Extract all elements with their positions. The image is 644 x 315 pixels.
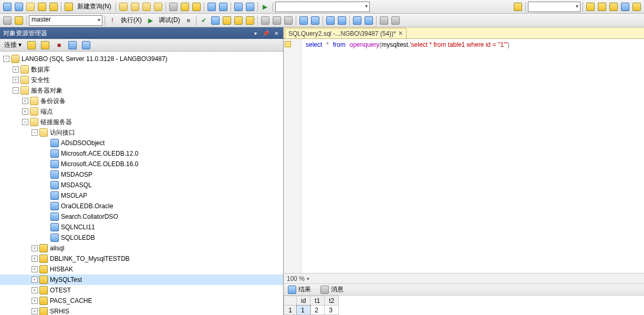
tree-linked-server-mysqltest[interactable]: +MySQLTest [0,275,283,285]
tb-btn[interactable] [585,2,596,12]
combo[interactable] [528,2,580,12]
collapse-icon[interactable]: − [3,56,9,62]
database-combo[interactable]: master [29,15,102,26]
expand-icon[interactable]: + [32,277,38,283]
pin-icon[interactable]: 📌 [262,29,269,37]
tree-security[interactable]: +安全性 [0,75,283,85]
zoom-value[interactable]: 100 % [287,275,305,282]
connect-button[interactable]: 连接 ▾ [2,40,24,49]
new-query-label[interactable]: 新建查询(N) [75,2,113,11]
tree-databases[interactable]: +数据库 [0,64,283,75]
close-icon[interactable]: ✕ [398,30,403,37]
tree-linked-servers[interactable]: −链接服务器 [0,117,283,127]
chevron-down-icon[interactable]: ▾ [307,276,309,281]
tree-linked-server-item[interactable]: +alisql [0,243,283,253]
editor-tab-active[interactable]: SQLQuery2.sql -...NGBO\39487 (54))* ✕ [285,28,407,38]
tb-btn[interactable] [2,15,13,26]
tb-btn[interactable] [141,2,152,12]
tree-provider[interactable]: MSDAOSP [0,169,283,180]
tb-btn[interactable]: ■ [53,40,65,50]
tree-provider[interactable]: Search.CollatorDSO [0,211,283,222]
expand-icon[interactable]: + [32,266,38,272]
tb-btn[interactable] [233,15,244,26]
col-header[interactable] [284,296,297,306]
tb-btn[interactable] [14,15,24,26]
collapse-icon[interactable]: − [22,119,28,125]
tb-btn[interactable] [210,15,221,26]
expand-icon[interactable]: + [32,308,38,314]
cell[interactable]: 3 [325,306,339,315]
tree-provider[interactable]: MSOLAP [0,190,283,201]
expand-icon[interactable]: + [32,287,38,293]
expand-icon[interactable]: + [22,98,28,104]
tree-provider[interactable]: MSDASQL [0,180,283,190]
tb-btn[interactable] [597,2,607,12]
table-row[interactable]: 1 1 2 3 [284,306,339,315]
tb-btn[interactable] [513,2,523,12]
tb-btn[interactable] [620,2,630,12]
results-grid[interactable]: id t1 t2 1 1 2 3 [284,295,644,315]
tab-results[interactable]: 结果 [286,284,313,295]
tree-provider[interactable]: Microsoft.ACE.OLEDB.12.0 [0,148,283,159]
tree-linked-server-item[interactable]: +OTEST [0,285,283,296]
comment-button[interactable] [352,15,362,26]
execute-button[interactable]: ! [107,15,118,26]
tb-btn[interactable] [283,15,294,26]
expand-icon[interactable]: + [13,77,19,83]
tree-server-objects[interactable]: −服务器对象 [0,85,283,96]
cell[interactable]: 1 [297,306,310,315]
tb-btn[interactable] [153,2,163,12]
tb-btn[interactable] [25,2,36,12]
expand-icon[interactable]: + [32,298,38,304]
tb-btn[interactable] [272,15,282,26]
expand-icon[interactable]: + [32,245,38,251]
object-tree[interactable]: −LANGBO (SQL Server 11.0.3128 - LANGBO\3… [0,52,283,315]
tree-provider[interactable]: SQLOLEDB [0,232,283,243]
parse-button[interactable]: ✔ [199,15,209,26]
tree-linked-server-item[interactable]: +DBLINK_TO_MysqlTESTDB [0,253,283,264]
execute-label[interactable]: 执行(X) [119,16,144,25]
tree-endpoints[interactable]: +端点 [0,106,283,117]
indent-button[interactable] [337,15,347,26]
redo-button[interactable] [218,2,228,12]
col-header[interactable]: id [297,296,310,306]
stop-button[interactable]: ■ [183,15,194,26]
tb-btn[interactable] [26,40,37,50]
collapse-icon[interactable]: − [32,129,38,136]
tree-backup-devices[interactable]: +备份设备 [0,96,283,106]
indent-left-button[interactable] [298,15,309,26]
tree-access-interfaces[interactable]: −访问接口 [0,127,283,138]
new-query-button[interactable] [64,2,74,12]
indent-right-button[interactable] [310,15,320,26]
run-button[interactable]: ▶ [260,2,271,12]
tb-btn[interactable] [130,2,140,12]
tree-linked-server-item[interactable]: +PACS_CACHE [0,296,283,306]
tb-btn[interactable] [39,40,51,50]
tb-btn[interactable] [379,15,389,26]
tb-btn[interactable] [14,2,24,12]
tb-btn[interactable] [245,2,255,12]
close-icon[interactable]: ✕ [273,29,280,37]
col-header[interactable]: t1 [310,296,325,306]
expand-icon[interactable]: + [13,66,19,73]
tree-linked-server-item[interactable]: +SRHIS [0,306,283,315]
tb-btn[interactable] [631,2,642,12]
tree-server[interactable]: −LANGBO (SQL Server 11.0.3128 - LANGBO\3… [0,54,283,64]
tb-btn[interactable] [608,2,619,12]
cell[interactable]: 2 [310,306,325,315]
tree-provider[interactable]: ADsDSOObject [0,138,283,148]
sql-text[interactable]: select * from openquery(mysqltest,'selec… [306,40,510,49]
tb-btn[interactable] [260,15,271,26]
tb-btn[interactable] [390,15,401,26]
sql-editor[interactable]: select * from openquery(mysqltest,'selec… [284,39,644,273]
tree-provider[interactable]: Microsoft.ACE.OLEDB.16.0 [0,159,283,169]
undo-button[interactable] [206,2,217,12]
tb-btn[interactable] [245,15,255,26]
combo[interactable] [275,2,370,12]
tb-btn[interactable] [222,15,232,26]
debug-label[interactable]: 调试(D) [157,16,182,25]
expand-icon[interactable]: + [22,108,28,115]
dropdown-icon[interactable]: ▾ [252,29,259,37]
copy-button[interactable] [180,2,190,12]
tb-btn[interactable] [80,40,92,50]
